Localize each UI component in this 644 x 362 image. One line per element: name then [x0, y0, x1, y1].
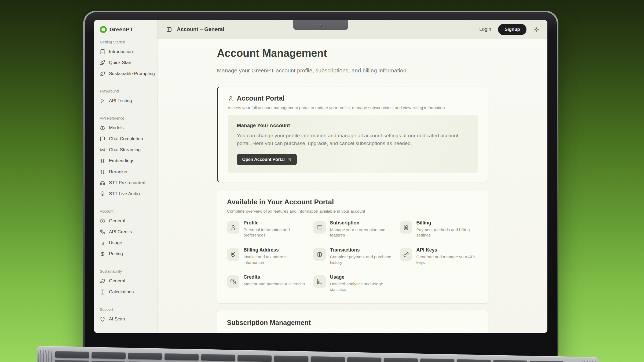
- feature-description: Personal information and preferences: [244, 227, 305, 238]
- sidebar-item-api-reference-chat-completion[interactable]: Chat Completion: [94, 133, 157, 144]
- sidebar-section-label: Support: [94, 307, 157, 312]
- external-link-icon: [287, 157, 291, 161]
- sidebar-item-api-reference-models[interactable]: Models: [94, 122, 157, 133]
- feature-text: Billing AddressInvoice and tax address i…: [244, 247, 305, 265]
- feature-description: Detailed analytics and usage statistics: [330, 281, 392, 292]
- sidebar-section-support: SupportAI Scan: [94, 307, 157, 324]
- key: [201, 354, 235, 361]
- feature-text: CreditsMonitor and purchase API credits: [244, 274, 305, 287]
- key: [310, 356, 345, 362]
- feature-text: SubscriptionManage your current plan and…: [330, 220, 392, 238]
- manage-account-title: Manage Your Account: [237, 123, 469, 128]
- feature-billing-address: Billing AddressInvoice and tax address i…: [227, 247, 305, 265]
- sidebar-item-account-api-credits[interactable]: API Credits: [94, 226, 157, 237]
- key-icon: [400, 248, 412, 261]
- sidebar-item-api-reference-embeddings[interactable]: Embeddings: [94, 155, 157, 166]
- sidebar-section-sustainability: SustainabilityGeneralCalculations: [94, 269, 157, 297]
- chat-icon: [100, 136, 105, 142]
- sidebar-item-label: Sustainable Prompting: [109, 71, 155, 76]
- feature-title: Billing: [416, 220, 478, 226]
- brand-name: GreenPT: [109, 26, 133, 33]
- subscription-card-title: Subscription Management: [227, 319, 478, 327]
- topbar-actions: Login Signup: [479, 24, 539, 35]
- brand-logo[interactable]: GreenPT: [94, 26, 157, 33]
- leaf-icon: [100, 278, 105, 284]
- feature-subscription: SubscriptionManage your current plan and…: [313, 220, 392, 238]
- feature-description: Generate and manage your API keys: [416, 254, 478, 265]
- feature-title: Subscription: [330, 220, 392, 226]
- sidebar-item-label: General: [109, 218, 125, 224]
- open-account-portal-button[interactable]: Open Account Portal: [237, 154, 297, 165]
- page-header-title: Account – General: [177, 26, 224, 32]
- rocket-icon: [100, 60, 105, 65]
- sidebar-item-support-ai-scan[interactable]: AI Scan: [94, 313, 157, 324]
- login-link[interactable]: Login: [479, 27, 491, 32]
- user-icon: [227, 221, 239, 234]
- sidebar-item-playground-api-testing[interactable]: API Testing: [94, 95, 157, 106]
- feature-api-keys: API KeysGenerate and manage your API key…: [400, 247, 478, 265]
- sidebar-section-label: Account: [94, 209, 157, 214]
- sidebar-item-account-general[interactable]: General: [94, 215, 157, 226]
- feature-text: ProfilePersonal information and preferen…: [244, 220, 305, 238]
- sidebar-section-label: Sustainability: [94, 269, 157, 274]
- page-title: Account Management: [217, 47, 488, 59]
- sidebar-item-label: API Testing: [109, 98, 132, 104]
- feature-title: Usage: [330, 274, 392, 280]
- bar-chart-icon: [313, 275, 326, 288]
- feature-profile: ProfilePersonal information and preferen…: [227, 220, 305, 238]
- sidebar-item-api-reference-stt-pre-recorded[interactable]: STT Pre-recorded: [94, 177, 157, 188]
- sidebar-item-getting-started-quick-start[interactable]: Quick Start: [94, 57, 157, 68]
- receipt-icon: [313, 248, 326, 261]
- sidebar-item-account-usage[interactable]: Usage: [94, 237, 157, 248]
- subscription-card: Subscription Management: [217, 310, 488, 333]
- invoice-icon: [400, 221, 412, 234]
- brand-logo-icon: [100, 26, 107, 33]
- sidebar-item-label: Usage: [109, 240, 122, 246]
- sidebar-item-label: Chat Streaming: [109, 147, 141, 153]
- sidebar-item-label: Quick Start: [109, 60, 131, 65]
- gear-icon: [100, 218, 105, 224]
- laptop-bezel: GreenPT Getting StartedIntroductionQuick…: [85, 12, 557, 360]
- sidebar-item-getting-started-sustainable-prompting[interactable]: Sustainable Prompting: [94, 68, 157, 79]
- manage-account-body: You can change your profile information …: [237, 132, 469, 147]
- sidebar-nav: Getting StartedIntroductionQuick StartSu…: [94, 40, 157, 324]
- sidebar-item-label: Embeddings: [109, 158, 134, 164]
- key: [457, 359, 491, 362]
- sidebar-item-label: AI Scan: [109, 316, 125, 322]
- sidebar-item-getting-started-introduction[interactable]: Introduction: [94, 46, 157, 57]
- sidebar-item-api-reference-chat-streaming[interactable]: Chat Streaming: [94, 144, 157, 155]
- sort-icon: [100, 169, 105, 175]
- feature-title: Credits: [244, 274, 305, 280]
- key: [493, 360, 528, 362]
- credit-card-icon: [313, 221, 326, 234]
- feature-text: UsageDetailed analytics and usage statis…: [330, 274, 392, 292]
- layers-icon: [100, 158, 105, 164]
- sidebar-item-api-reference-reranker[interactable]: Reranker: [94, 166, 157, 177]
- sidebar-item-label: Models: [109, 125, 124, 131]
- feature-title: Billing Address: [244, 247, 305, 253]
- content-scroll[interactable]: Account Management Manage your GreenPT a…: [158, 39, 547, 333]
- feature-credits: CreditsMonitor and purchase API credits: [227, 274, 305, 292]
- key: [530, 361, 564, 362]
- sidebar-item-sustainability-calculations[interactable]: Calculations: [94, 286, 157, 297]
- feature-text: API KeysGenerate and manage your API key…: [416, 247, 478, 265]
- features-card-subtitle: Complete overview of all features and in…: [227, 209, 478, 214]
- key: [55, 351, 89, 358]
- topbar: Account – General Login Signup: [158, 20, 547, 39]
- sidebar-item-label: STT Live Audio: [109, 191, 140, 197]
- sun-icon[interactable]: [533, 27, 539, 32]
- laptop-screen: GreenPT Getting StartedIntroductionQuick…: [94, 20, 547, 333]
- key: [274, 356, 308, 362]
- dollar-icon: [100, 251, 105, 257]
- sidebar-item-api-reference-stt-live-audio[interactable]: STT Live Audio: [94, 188, 157, 199]
- bars-icon: [100, 240, 105, 246]
- sidebar-section-api-reference: API ReferenceModelsChat CompletionChat S…: [94, 116, 157, 199]
- sidebar: GreenPT Getting StartedIntroductionQuick…: [94, 20, 158, 333]
- sidebar-item-sustainability-general[interactable]: General: [94, 275, 157, 286]
- sidebar-item-account-pricing[interactable]: Pricing: [94, 248, 157, 259]
- sidebar-toggle-icon[interactable]: [166, 27, 172, 32]
- sidebar-item-label: API Credits: [109, 229, 132, 235]
- signup-button[interactable]: Signup: [498, 24, 526, 35]
- coins-icon: [100, 229, 105, 235]
- sidebar-item-label: General: [109, 278, 125, 284]
